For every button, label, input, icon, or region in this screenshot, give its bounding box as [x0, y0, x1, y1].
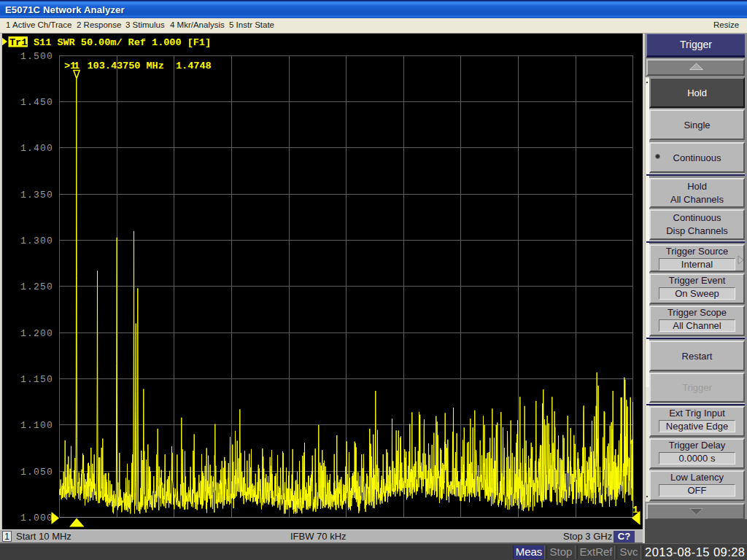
svg-text:1.200: 1.200: [20, 328, 53, 339]
svg-text:1.050: 1.050: [20, 467, 53, 478]
svg-text:1.450: 1.450: [20, 97, 53, 108]
svg-text:1.250: 1.250: [20, 281, 53, 292]
svg-text:1.350: 1.350: [20, 190, 53, 201]
svg-text:Tr1: Tr1: [9, 37, 27, 48]
svg-text:1.000: 1.000: [20, 513, 53, 524]
svg-text:1.500: 1.500: [20, 51, 53, 62]
svg-text:1.100: 1.100: [20, 420, 53, 431]
svg-text:1.400: 1.400: [20, 143, 53, 154]
svg-text:1: 1: [632, 505, 638, 516]
svg-text:1.150: 1.150: [20, 374, 53, 385]
svg-text:S11 SWR 50.00m/ Ref 1.000 [F1]: S11 SWR 50.00m/ Ref 1.000 [F1]: [34, 37, 211, 48]
svg-text:1.300: 1.300: [20, 236, 53, 246]
svg-text:103.43750 MHz 1.4748: 103.43750 MHz 1.4748: [88, 61, 212, 71]
